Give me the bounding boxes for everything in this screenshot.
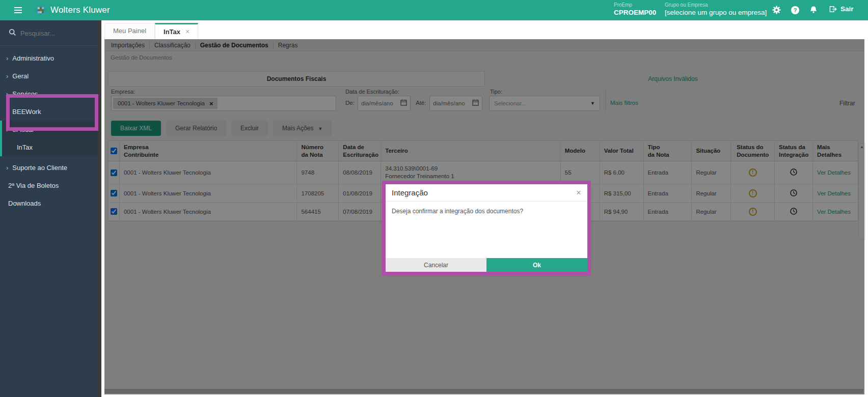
integration-confirm-dialog: Integração × Deseja confirmar a integraç… [386, 184, 587, 272]
dialog-message: Deseja confirmar a integração dos docume… [386, 202, 587, 221]
settings-gear-icon[interactable] [772, 6, 781, 15]
chevron-right-icon: › [6, 54, 8, 62]
chevron-right-icon: › [6, 72, 8, 80]
close-icon[interactable]: × [576, 188, 581, 198]
tab-intax[interactable]: InTax × [155, 23, 198, 39]
proemp-label: ProEmp [614, 2, 656, 9]
sidebar-item-servicos[interactable]: ›Serviços [0, 85, 98, 103]
notifications-bell-icon[interactable] [809, 6, 819, 15]
chevron-right-icon: › [6, 108, 8, 116]
wolters-kluwer-logo-icon [36, 5, 46, 17]
sidebar: ›Administrativo ›Geral ›Serviços ›BEEWor… [0, 20, 98, 397]
proemp-value: CPROEMP00 [614, 9, 656, 17]
sidebar-item-administrativo[interactable]: ›Administrativo [0, 49, 98, 67]
chevron-right-icon: › [6, 126, 8, 133]
dialog-header: Integração × [386, 184, 587, 202]
dialog-footer: Cancelar Ok [386, 258, 587, 272]
sidebar-item-intax[interactable]: InTax [0, 138, 98, 156]
sidebar-item-suporte-ao-cliente[interactable]: ›Suporte ao Cliente [0, 159, 98, 177]
tab-bar: Meu Painel InTax × [104, 23, 198, 39]
dialog-title: Integração [392, 188, 428, 197]
proemp-selector[interactable]: ProEmp CPROEMP00 [614, 2, 656, 17]
search-icon [9, 29, 16, 38]
group-company-value: [selecione um grupo ou empresa] [665, 9, 767, 17]
hamburger-menu-icon[interactable] [14, 7, 22, 13]
sidebar-item-beework[interactable]: ›BEEWork [0, 103, 98, 121]
top-bar: Wolters Kluwer ProEmp CPROEMP00 Grupo ou… [0, 0, 868, 20]
chevron-right-icon: › [6, 90, 8, 98]
group-company-selector[interactable]: Grupo ou Empresa [selecione um grupo ou … [665, 2, 767, 17]
chevron-right-icon: › [6, 164, 8, 172]
tab-close-icon[interactable]: × [185, 25, 189, 39]
application-window: Wolters Kluwer ProEmp CPROEMP00 Grupo ou… [0, 0, 868, 397]
logout-icon [829, 6, 837, 13]
tab-meu-painel[interactable]: Meu Painel [104, 23, 155, 39]
sidebar-search [0, 26, 98, 46]
sidebar-item-efiscal[interactable]: ›eFiscal [0, 121, 98, 138]
sidebar-item-geral[interactable]: ›Geral [0, 67, 98, 85]
logout-button[interactable]: Sair [829, 5, 854, 13]
search-input[interactable] [20, 30, 92, 37]
brand-title: Wolters Kluwer [50, 5, 110, 15]
sidebar-scrollbar[interactable] [98, 20, 101, 397]
help-icon[interactable]: ? [791, 6, 799, 14]
sidebar-item-2a-via-de-boletos[interactable]: 2ª Via de Boletos [0, 177, 98, 194]
cancel-button[interactable]: Cancelar [386, 258, 486, 272]
group-company-label: Grupo ou Empresa [665, 2, 767, 9]
sidebar-item-downloads[interactable]: Downloads [0, 194, 98, 212]
ok-button[interactable]: Ok [486, 258, 587, 272]
logout-label: Sair [840, 5, 854, 13]
